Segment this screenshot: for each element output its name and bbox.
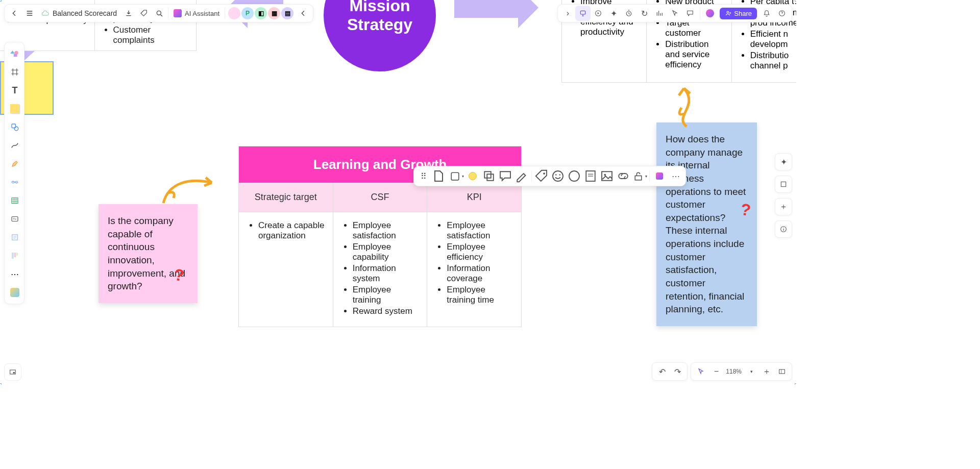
zoom-out-button[interactable]: − xyxy=(709,365,723,378)
document-title[interactable]: Balanced Scorecard xyxy=(37,9,121,17)
sparkle-button[interactable]: ✦ xyxy=(606,6,621,21)
app-icon[interactable] xyxy=(702,6,718,21)
fill-color-button[interactable] xyxy=(465,168,480,184)
lg-col3-hdr: KPI xyxy=(427,183,521,212)
fit-button[interactable] xyxy=(775,365,789,378)
comment-button[interactable] xyxy=(498,168,513,184)
history-button[interactable]: ↻ xyxy=(636,6,652,21)
selection-toolbar: ⠿ ▾ ▾ ⋯ xyxy=(413,166,686,186)
timer-button[interactable] xyxy=(621,6,636,21)
title-text: Balanced Scorecard xyxy=(53,9,117,17)
tag-button[interactable] xyxy=(136,6,152,21)
search-button[interactable] xyxy=(152,6,167,21)
selection-handle[interactable] xyxy=(0,383,2,385)
highlighter-button[interactable] xyxy=(514,168,529,184)
download-button[interactable] xyxy=(121,6,136,21)
help-button[interactable] xyxy=(774,6,790,21)
text-tool[interactable]: T xyxy=(7,82,23,98)
card-tool[interactable]: Tx xyxy=(7,211,23,227)
mission-line2: Strategy xyxy=(347,15,412,34)
shape-style-button[interactable]: ▾ xyxy=(449,168,464,184)
list-item: Distribution and service efficiency xyxy=(665,39,725,70)
svg-rect-39 xyxy=(781,182,786,186)
svg-rect-11 xyxy=(602,171,612,181)
list-tool[interactable] xyxy=(7,229,23,245)
svg-rect-16 xyxy=(581,11,585,14)
svg-point-42 xyxy=(783,228,783,228)
connector-tool[interactable] xyxy=(7,137,23,154)
collapse-button[interactable] xyxy=(296,6,311,21)
redo-button[interactable]: ↷ xyxy=(671,365,684,378)
kanban-tool[interactable] xyxy=(7,248,23,264)
chart-button[interactable] xyxy=(652,6,667,21)
back-button[interactable] xyxy=(7,6,22,21)
link-button[interactable] xyxy=(616,168,631,184)
drag-handle-icon[interactable]: ⠿ xyxy=(416,168,431,184)
zoom-level[interactable]: 118% xyxy=(725,368,743,375)
play-button[interactable] xyxy=(591,6,606,21)
undo-button[interactable]: ↶ xyxy=(655,365,669,378)
sticky-tool[interactable] xyxy=(7,101,23,117)
table-tool[interactable] xyxy=(7,192,23,209)
mission-circle[interactable]: MissionStrategy xyxy=(324,0,436,71)
pointer-button[interactable] xyxy=(667,6,682,21)
svg-rect-13 xyxy=(635,176,642,180)
switch-shape-button[interactable] xyxy=(432,168,448,184)
shapes-tool[interactable] xyxy=(7,45,23,62)
svg-point-7 xyxy=(569,171,579,181)
lock-button[interactable]: ▾ xyxy=(632,168,647,184)
question-mark-icon: ? xyxy=(739,199,752,221)
note-button[interactable] xyxy=(583,168,598,184)
share-button[interactable]: Share xyxy=(720,8,757,19)
selection-handle[interactable] xyxy=(795,0,796,2)
zoom-in-button[interactable]: ＋ xyxy=(760,365,773,378)
tools-sidebar: T Tx ⋯ xyxy=(4,42,24,304)
more-button[interactable]: ⋯ xyxy=(668,168,683,184)
mindmap-tool[interactable] xyxy=(7,174,23,190)
image-button[interactable] xyxy=(599,168,615,184)
zoom-dropdown[interactable]: ▾ xyxy=(745,365,758,378)
svg-rect-45 xyxy=(779,369,785,374)
present-toggle[interactable] xyxy=(575,6,591,21)
curly-arrow-icon xyxy=(158,172,219,208)
list-item: Employee training time xyxy=(447,285,513,305)
notifications-button[interactable] xyxy=(759,6,774,21)
expand-button[interactable]: › xyxy=(560,6,575,21)
minimap-button[interactable] xyxy=(4,363,21,381)
collaborators[interactable]: P ◧ ▦ ▤ xyxy=(226,7,296,19)
sticky-note-pink[interactable]: Is the company capable of continuous inn… xyxy=(99,204,198,303)
more-tools[interactable]: ⋯ xyxy=(7,266,23,282)
menu-button[interactable] xyxy=(22,6,37,21)
person-plus-icon xyxy=(725,10,732,17)
magic-button[interactable]: ✦ xyxy=(775,153,792,170)
selection-handle[interactable] xyxy=(795,383,796,385)
list-item: Distributio channel p xyxy=(750,51,796,71)
info-button[interactable] xyxy=(775,220,792,238)
avatar[interactable]: ▦ xyxy=(268,7,280,19)
svg-rect-2 xyxy=(487,174,494,181)
arrow-right xyxy=(454,0,544,28)
task-button[interactable] xyxy=(567,168,582,184)
emoji-button[interactable] xyxy=(550,168,566,184)
frame-tool[interactable] xyxy=(7,64,23,80)
pen-tool[interactable] xyxy=(7,156,23,172)
ai-button[interactable] xyxy=(652,168,667,184)
tag-button[interactable] xyxy=(534,168,549,184)
shape-tool[interactable] xyxy=(7,119,23,135)
selection-handle[interactable] xyxy=(0,0,2,2)
avatar[interactable]: ◧ xyxy=(255,7,267,19)
comments-button[interactable] xyxy=(682,6,698,21)
mission-line1: Mission xyxy=(349,0,410,15)
avatar[interactable] xyxy=(228,7,240,19)
layers-button[interactable] xyxy=(775,176,792,193)
duplicate-button[interactable] xyxy=(481,168,497,184)
select-tool[interactable] xyxy=(694,365,707,378)
avatar[interactable]: P xyxy=(241,7,254,19)
avatar[interactable]: ▤ xyxy=(281,7,293,19)
list-item: Employee capability xyxy=(353,242,419,262)
sticky-note-blue[interactable]: How does the company manage its internal… xyxy=(656,122,757,326)
ai-assistant-button[interactable]: AI Assistant xyxy=(169,9,224,17)
add-button[interactable]: ＋ xyxy=(775,198,792,215)
apps-tool[interactable] xyxy=(7,284,23,301)
svg-rect-44 xyxy=(13,372,15,374)
